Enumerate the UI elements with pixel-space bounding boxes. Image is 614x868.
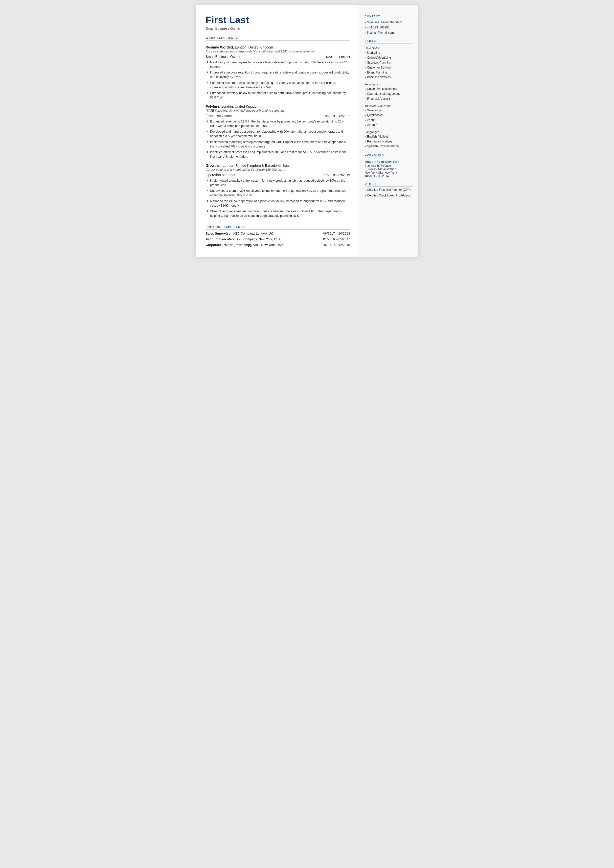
bullet-dot — [207, 71, 208, 73]
bullet-item: Implemented a quality control system for… — [207, 179, 350, 187]
job-1-date: 01/2022 – Present — [324, 55, 350, 59]
job-2-company: Polyhire, London, United Kingdom — [206, 104, 350, 109]
prev-exp-2-date: 01/2016 – 05/2017 — [323, 237, 350, 241]
bullet-icon: • — [365, 71, 366, 75]
prev-exp-3: Corporate Trainer (Internship), ABC, New… — [206, 243, 350, 247]
job-2-date: 10/2019 – 12/2021 — [323, 114, 350, 118]
name-section: First Last Small Business Owner — [206, 15, 350, 30]
edu-date: 10/2011 - 06/2014 — [365, 174, 413, 178]
bullet-item: Supervised a team of 20+ employees to im… — [207, 189, 350, 197]
bullet-icon: • — [365, 188, 366, 192]
job-2-row: Franchise Owner 10/2019 – 12/2021 — [206, 114, 350, 118]
job-3-row: Operation Manager 11/2018 – 09/2019 — [206, 173, 350, 177]
job-3-company-name: Growthsi, — [206, 163, 222, 168]
prev-exp-2-bold: Account Executive, — [206, 237, 236, 241]
tools-label: Tools and Software: — [365, 104, 413, 108]
prev-exp-1-date: 06/2017 – 10/2018 — [323, 231, 350, 235]
bullet-icon: • — [365, 76, 366, 80]
job-3-desc: Career training and membership SaaS with… — [206, 168, 350, 171]
skill-business-strategy: •Business Strategy — [365, 76, 413, 80]
bullet-icon: • — [365, 56, 366, 60]
bullet-dot — [207, 82, 208, 83]
resume-page: First Last Small Business Owner WORK EXP… — [196, 5, 419, 256]
prev-exp-2-rest: XYZ Company, New York, USA — [235, 237, 281, 241]
bullet-dot — [207, 180, 208, 181]
job-2-bullets: Expanded revenue by 28% in the first fis… — [206, 119, 350, 159]
hard-skills-label: Hard Skills: — [365, 47, 413, 50]
bullet-dot — [207, 200, 208, 202]
job-3-company: Growthsi, London, United Kingdom & Barce… — [206, 163, 350, 168]
previous-experience-title: PREVIOUS EXPERIENCE — [206, 225, 350, 230]
job-2-company-name: Polyhire, — [206, 104, 220, 109]
bullet-dot — [207, 61, 208, 63]
candidate-title: Small Business Owner — [206, 26, 350, 30]
bullet-icon: • — [365, 87, 366, 91]
bullet-item: Improved employee retention through regu… — [207, 70, 350, 79]
job-1-location: London, United Kingdom — [235, 45, 273, 49]
skills-section-title: SKILLS — [365, 39, 413, 43]
job-3-bullets: Implemented a quality control system for… — [206, 179, 350, 218]
prev-exp-3-rest: ABC, New York, USA — [252, 243, 283, 247]
bullet-icon: • — [365, 118, 366, 123]
job-2-title: Franchise Owner — [206, 114, 232, 118]
skill-spanish: •Spanish (Conversational) — [365, 144, 413, 149]
bullet-icon: • — [365, 66, 366, 70]
bullet-icon: • — [365, 113, 366, 118]
contact-section-title: CONTACT — [365, 15, 413, 19]
bullet-dot — [207, 151, 208, 153]
skill-airtable: •Airtable — [365, 123, 413, 127]
job-2-location: London, United Kingdom — [221, 104, 259, 109]
prev-exp-1: Sales Supervisor, ABC Company, London, U… — [206, 231, 350, 235]
job-2-desc: NYSE-listed recruitment and employer bra… — [206, 109, 350, 112]
bullet-dot — [207, 141, 208, 143]
prev-exp-2-left: Account Executive, XYZ Company, New York… — [206, 237, 281, 241]
bullet-item: Purchased inventory below direct market … — [207, 91, 350, 100]
skill-asana: •Asana — [365, 118, 413, 123]
edu-degree: Bachelor of Science — [365, 164, 413, 168]
skill-operations-management: •Operations Management — [365, 92, 413, 96]
job-3-title: Operation Manager — [206, 173, 236, 177]
prev-exp-1-bold: Sales Supervisor, — [206, 231, 233, 235]
candidate-name: First Last — [206, 15, 350, 25]
bullet-icon: • — [365, 31, 366, 35]
contact-address: • Swansea, United Kingdom — [365, 20, 413, 25]
edu-school: University of New York — [365, 160, 413, 163]
bullet-item: Mentored junior employees to provide eff… — [207, 60, 350, 69]
techniques-label: Techniques: — [365, 83, 413, 86]
bullet-item: Enhanced customer satisfaction by increa… — [207, 81, 350, 90]
bullet-icon: • — [365, 26, 366, 30]
prev-exp-2: Account Executive, XYZ Company, New York… — [206, 237, 350, 241]
skill-online-advertising: •Online Advertising — [365, 56, 413, 60]
job-3-date: 11/2018 – 09/2019 — [323, 173, 350, 177]
left-column: First Last Small Business Owner WORK EXP… — [196, 5, 359, 256]
bullet-dot — [207, 130, 208, 132]
contact-email: • first.last@gmail.com — [365, 31, 413, 35]
bullet-icon: • — [365, 20, 366, 25]
edu-location: New York City, New York — [365, 171, 413, 174]
skill-strategic-planning: •Strategic Planning — [365, 61, 413, 65]
bullet-icon: • — [365, 135, 366, 139]
skill-customer-relationship: •Customer Relationship — [365, 87, 413, 91]
bullet-item: Managed the 24-hour operation of a produ… — [207, 199, 350, 208]
prev-exp-3-date: 07/2014 –12/2015 — [324, 243, 350, 247]
job-1-bullets: Mentored junior employees to provide eff… — [206, 60, 350, 100]
bullet-item: Expanded revenue by 28% in the first fis… — [207, 119, 350, 128]
other-quickbooks: • Certified QuickBooks ProAdvisor — [365, 194, 413, 198]
bullet-icon: • — [365, 144, 366, 149]
other-section-title: OTHER — [365, 182, 413, 186]
job-1-title: Small Business Owner — [206, 55, 240, 59]
job-1-desc: Education technology startup with 50+ em… — [206, 50, 350, 53]
edu-field: Business Administration — [365, 168, 413, 171]
job-1-company-name: Resume Worded, — [206, 45, 234, 49]
job-1-company: Resume Worded, London, United Kingdom — [206, 45, 350, 50]
work-experience-title: WORK EXPERIENCE — [206, 36, 350, 40]
bullet-icon: • — [365, 140, 366, 144]
prev-exp-3-left: Corporate Trainer (Internship), ABC, New… — [206, 243, 284, 247]
bullet-icon: • — [365, 92, 366, 96]
other-cfp-text: Certified Financial Planner (CFP) — [367, 188, 413, 191]
job-3-location: London, United Kingdom & Barcelona, Spai… — [223, 163, 291, 168]
bullet-icon: • — [365, 123, 366, 127]
bullet-icon: • — [365, 194, 366, 198]
other-quickbooks-text: Certified QuickBooks ProAdvisor — [367, 194, 413, 197]
skill-financial-analysis: •Financial Analysis — [365, 97, 413, 101]
